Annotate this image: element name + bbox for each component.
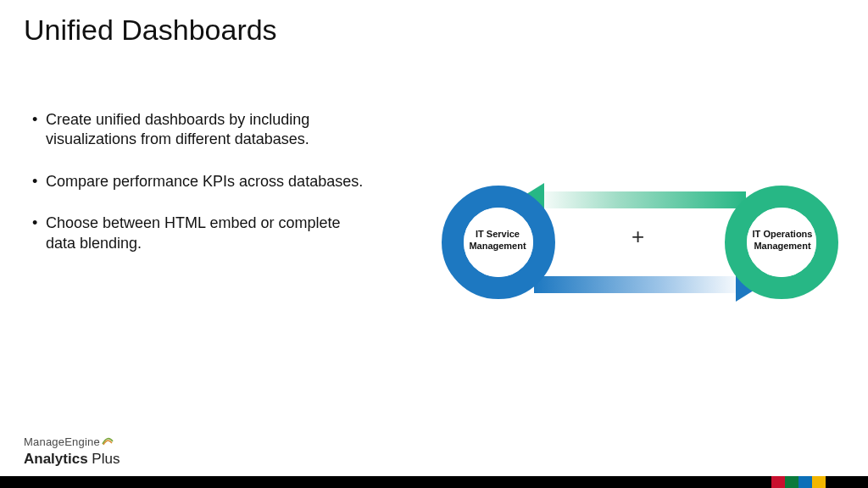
list-item: Choose between HTML embed or complete da… <box>32 214 371 253</box>
color-square <box>812 476 826 488</box>
logo-product-light: Plus <box>92 451 120 467</box>
logo-product-bold: Analytics <box>24 451 88 467</box>
color-square <box>798 476 812 488</box>
logo-brand-text: ManageEngine <box>24 435 100 448</box>
slide: Unified Dashboards Create unified dashbo… <box>0 0 868 488</box>
color-square <box>771 476 785 488</box>
logo-product: Analytics Plus <box>24 451 120 468</box>
plus-symbol: + <box>632 224 644 250</box>
footer-color-squares <box>771 476 826 488</box>
cycle-diagram: + IT Service Management IT Operations Ma… <box>441 175 839 310</box>
logo-brand: ManageEngine <box>24 435 120 449</box>
page-title: Unified Dashboards <box>24 14 277 47</box>
list-item: Create unified dashboards by including v… <box>32 110 371 150</box>
bullet-list: Create unified dashboards by including v… <box>32 110 371 275</box>
diagram-node-right: IT Operations Management <box>736 229 829 252</box>
brand-logo: ManageEngine Analytics Plus <box>24 435 120 468</box>
list-item: Compare performance KPIs across database… <box>32 172 371 191</box>
footer-bar <box>0 476 868 488</box>
logo-swoosh-icon <box>102 436 114 449</box>
svg-rect-0 <box>534 191 746 208</box>
diagram-node-left: IT Service Management <box>451 229 544 252</box>
svg-rect-2 <box>534 276 746 293</box>
color-square <box>785 476 798 488</box>
